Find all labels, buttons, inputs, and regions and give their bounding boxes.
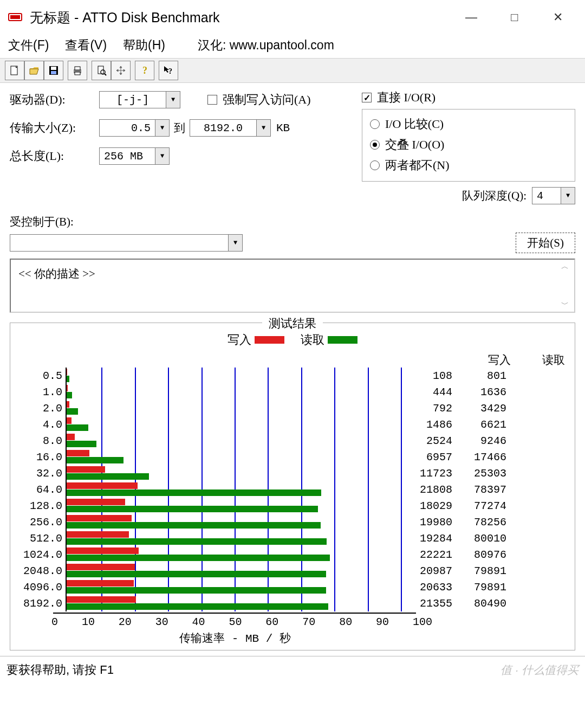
transfer-to-select[interactable]: 8192.0▼	[190, 119, 271, 137]
read-bar	[67, 473, 149, 480]
write-value: 20633	[398, 581, 452, 594]
row-size: 2.0	[16, 402, 66, 415]
io-mode-group: I/O 比较(C) 交叠 I/O(O) 两者都不(N)	[362, 109, 575, 182]
print-button[interactable]	[68, 61, 87, 80]
start-button[interactable]: 开始(S)	[516, 233, 575, 253]
x-tick: 20	[119, 616, 132, 628]
bar-cell	[66, 465, 398, 481]
row-size: 512.0	[16, 532, 66, 545]
write-value: 6957	[398, 451, 452, 463]
chart-row: 4096.02063379891	[16, 579, 569, 595]
read-bar	[67, 538, 327, 545]
x-tick: 40	[192, 616, 205, 628]
chart-row: 32.01172325303	[16, 465, 569, 481]
maximize-button[interactable]: □	[506, 9, 523, 25]
write-bar	[67, 417, 72, 424]
read-value: 80010	[452, 532, 506, 545]
help-button[interactable]: ?	[135, 61, 154, 80]
svg-text:?: ?	[142, 65, 147, 76]
row-size: 8192.0	[16, 597, 66, 610]
write-value: 11723	[398, 467, 452, 480]
chart-row: 8192.02135580490	[16, 595, 569, 611]
neither-radio[interactable]: 两者都不(N)	[370, 157, 450, 173]
save-button[interactable]	[44, 61, 63, 80]
write-bar	[67, 450, 89, 456]
chart-row: 128.01802977274	[16, 498, 569, 514]
read-value: 25303	[452, 467, 506, 480]
menu-view[interactable]: 查看(V)	[65, 37, 107, 54]
status-text: 要获得帮助, 请按 F1	[6, 662, 114, 678]
write-bar	[67, 401, 69, 408]
x-tick: 50	[229, 616, 242, 628]
preview-button[interactable]	[92, 61, 111, 80]
write-value: 18029	[398, 500, 452, 512]
row-size: 8.0	[16, 435, 66, 447]
read-bar	[67, 555, 330, 561]
results-header: 写入 读取	[16, 352, 569, 368]
write-bar	[67, 580, 134, 587]
description-input[interactable]: << 你的描述 >> ︿﹀	[10, 259, 575, 313]
row-size: 4.0	[16, 418, 66, 431]
write-value: 792	[398, 402, 452, 415]
close-button[interactable]: ✕	[550, 9, 566, 25]
window-title: 无标题 - ATTO Disk Benchmark	[30, 9, 463, 27]
toolbar: ? ?	[0, 58, 585, 83]
open-button[interactable]	[24, 61, 44, 80]
read-value: 77274	[452, 500, 506, 512]
row-size: 0.5	[16, 370, 66, 382]
controlled-by-label: 受控制于(B):	[10, 214, 575, 229]
menu-help[interactable]: 帮助(H)	[123, 37, 165, 54]
write-value: 19284	[398, 532, 452, 545]
move-button[interactable]	[111, 61, 131, 80]
bar-cell	[66, 384, 398, 400]
chart-row: 2048.02098779891	[16, 563, 569, 579]
context-help-button[interactable]: ?	[159, 61, 178, 80]
bar-cell	[66, 481, 398, 498]
bar-cell	[66, 368, 398, 384]
bar-cell	[66, 416, 398, 433]
write-value: 444	[398, 386, 452, 398]
overlapped-io-radio[interactable]: 交叠 I/O(O)	[370, 137, 444, 153]
drive-select[interactable]: [-j-]▼	[99, 91, 180, 108]
transfer-from-select[interactable]: 0.5▼	[99, 119, 170, 137]
length-select[interactable]: 256 MB▼	[99, 147, 170, 165]
read-bar	[67, 376, 69, 382]
bar-cell	[66, 449, 398, 465]
scroll-arrows[interactable]: ︿﹀	[561, 262, 572, 310]
queue-depth-select[interactable]: 4▼	[532, 187, 575, 204]
bar-cell	[66, 595, 398, 611]
bar-cell	[66, 546, 398, 563]
unit-label: KB	[276, 122, 290, 134]
row-size: 1.0	[16, 386, 66, 398]
menu-file[interactable]: 文件(F)	[8, 37, 49, 54]
svg-rect-5	[51, 71, 56, 74]
results-title: 测试结果	[262, 315, 323, 332]
read-bar	[67, 506, 318, 512]
row-size: 128.0	[16, 500, 66, 512]
bar-cell	[66, 563, 398, 579]
bar-cell	[66, 530, 398, 546]
read-bar	[67, 392, 72, 398]
row-size: 64.0	[16, 484, 66, 496]
read-bar	[67, 603, 328, 610]
chart-row: 8.025249246	[16, 433, 569, 449]
chart-row: 64.02180878397	[16, 481, 569, 498]
write-value: 21355	[398, 597, 452, 610]
chart-row: 1.04441636	[16, 384, 569, 400]
legend-read-swatch	[328, 336, 358, 344]
io-compare-radio[interactable]: I/O 比较(C)	[370, 116, 444, 132]
force-write-checkbox[interactable]: 强制写入访问(A)	[207, 92, 311, 108]
minimize-button[interactable]: ―	[463, 9, 479, 25]
menu-credit: 汉化: www.upantool.com	[198, 37, 334, 54]
direct-io-checkbox[interactable]: ✓直接 I/O(R)	[362, 89, 435, 106]
read-value: 6621	[452, 418, 506, 431]
row-size: 4096.0	[16, 581, 66, 594]
length-label: 总长度(L):	[10, 148, 99, 164]
new-button[interactable]	[5, 61, 24, 80]
read-bar	[67, 424, 88, 431]
svg-rect-8	[75, 72, 80, 75]
svg-rect-7	[75, 67, 80, 70]
controlled-by-select[interactable]: ▼	[10, 234, 243, 252]
read-value: 80976	[452, 549, 506, 561]
bar-cell	[66, 400, 398, 416]
